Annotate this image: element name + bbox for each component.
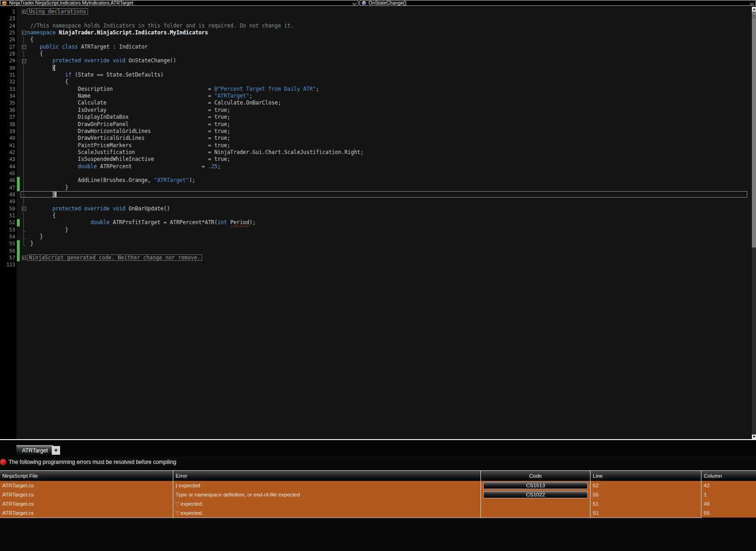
code-line[interactable]: 113 — [0, 261, 752, 268]
fold-guide-line — [21, 114, 27, 121]
class-icon — [2, 0, 7, 6]
code-line[interactable]: 38 DrawOnPricePanel = true; — [0, 121, 752, 128]
code-line[interactable]: 31 if (State == State.SetDefaults) — [0, 72, 752, 78]
code-line[interactable]: 23 — [0, 15, 752, 22]
code-text: //This namespace holds Indicators in thi… — [27, 22, 294, 29]
code-line[interactable]: 45 — [0, 170, 752, 177]
code-line[interactable]: 1+Using declarations — [0, 8, 752, 15]
code-text: Using declarations — [27, 8, 88, 15]
error-column-cell: 1 — [701, 490, 756, 499]
code-line[interactable]: 35 Calculate = Calculate.OnBarClose; — [0, 99, 752, 106]
line-number: 55 — [0, 240, 17, 247]
fold-expand-icon[interactable]: + — [22, 10, 26, 14]
code-line[interactable]: 26 { — [0, 36, 752, 43]
code-line[interactable]: 54 } — [0, 233, 752, 240]
code-line[interactable]: 47 } — [0, 184, 752, 191]
line-number: 39 — [0, 128, 17, 135]
fold-guide-line — [21, 93, 27, 99]
code-line[interactable]: 57+NinjaScript generated code. Neither c… — [0, 254, 752, 261]
code-line[interactable]: 44 double ATRPercent = .25; — [0, 163, 752, 170]
error-file-cell: ATRTarget.cs — [0, 508, 173, 518]
code-line[interactable]: 43 IsSuspendedWhileInactive = true; — [0, 156, 752, 163]
code-line[interactable]: 56 — [0, 248, 752, 254]
error-row[interactable]: ATRTarget.cs';' expected.5155 — [0, 508, 756, 518]
error-row[interactable]: ATRTarget.cs} expectedCS15135242 — [0, 481, 756, 490]
code-line[interactable]: 46 AddLine(Brushes.Orange, "ATRTarget"); — [0, 177, 752, 184]
code-line[interactable]: 28 { — [0, 50, 752, 57]
error-code-badge[interactable]: CS1513 — [483, 482, 588, 489]
column-header-ninjascript-file[interactable]: NinjaScript File — [0, 471, 173, 481]
code-text: } — [27, 191, 56, 198]
svg-text:✦: ✦ — [362, 3, 364, 6]
code-line[interactable]: 50− protected override void OnBarUpdate(… — [0, 205, 752, 212]
collapsed-region-box[interactable]: NinjaScript generated code. Neither chan… — [27, 254, 202, 261]
fold-guide-line — [21, 107, 27, 114]
error-text-cell: ',' expected. — [173, 499, 481, 508]
code-line[interactable]: 42 ScaleJustification = NinjaTrader.Gui.… — [0, 149, 752, 156]
code-line[interactable]: 32 { — [0, 78, 752, 85]
code-text: ScaleJustification = NinjaTrader.Gui.Cha… — [27, 149, 364, 156]
code-line[interactable]: 37 DisplayInDataBox = true; — [0, 114, 752, 121]
change-tracking-bar — [17, 248, 20, 254]
column-header-error[interactable]: Error — [173, 471, 481, 481]
code-editor[interactable]: 1+Using declarations2324 //This namespac… — [0, 7, 756, 439]
code-text: DisplayInDataBox = true; — [27, 114, 230, 121]
fold-collapse-icon[interactable]: − — [22, 59, 26, 63]
code-line[interactable]: 36 IsOverlay = true; — [0, 107, 752, 114]
scrollbar-thumb[interactable] — [752, 11, 756, 248]
code-line[interactable]: 39 DrawHorizontalGridLines = true; — [0, 128, 752, 135]
fold-guide-line — [21, 99, 27, 106]
code-line[interactable]: 34 Name = "ATRTarget"; — [0, 93, 752, 99]
code-line[interactable]: 48 } — [0, 191, 752, 198]
code-line[interactable]: 49 — [0, 198, 752, 205]
fold-collapse-icon[interactable]: − — [22, 45, 26, 49]
error-code-badge[interactable]: CS1022 — [483, 491, 588, 498]
column-header-code[interactable]: Code — [481, 471, 590, 481]
fold-collapse-icon[interactable]: − — [22, 31, 26, 35]
fold-guide-line — [21, 226, 27, 233]
code-line[interactable]: 40 DrawVerticalGridLines = true; — [0, 135, 752, 142]
code-line[interactable]: 41 PaintPriceMarkers = true; — [0, 142, 752, 149]
chevron-down-icon — [353, 1, 356, 5]
collapsed-region-box[interactable]: Using declarations — [27, 8, 88, 15]
code-line[interactable]: 24 //This namespace holds Indicators in … — [0, 22, 752, 29]
error-column-cell: 42 — [701, 481, 756, 490]
code-line[interactable]: 29− protected override void OnStateChang… — [0, 57, 752, 64]
column-header-line[interactable]: Line — [590, 471, 701, 481]
fold-guide-line — [21, 50, 27, 57]
fold-collapse-icon[interactable]: − — [22, 207, 26, 211]
tab-atrtarget[interactable]: ATRTarget — [17, 445, 53, 457]
line-number: 44 — [0, 163, 17, 170]
fold-guide-line — [21, 219, 27, 226]
code-line[interactable]: 33 Description = @"Percent Target from D… — [0, 86, 752, 93]
code-line[interactable]: 27− public class ATRTarget : Indicator — [0, 44, 752, 50]
scroll-up-button[interactable] — [752, 7, 756, 11]
line-number: 34 — [0, 93, 17, 99]
code-text: Calculate = Calculate.OnBarClose; — [27, 99, 281, 106]
error-row[interactable]: ATRTarget.cs',' expected.5149 — [0, 499, 756, 508]
type-selector-dropdown[interactable]: NinjaTrader.NinjaScript.Indicators.MyInd… — [0, 0, 359, 6]
fold-guide-line — [21, 240, 27, 247]
error-line-cell: 55 — [590, 490, 701, 499]
error-text-cell: } expected — [173, 481, 481, 490]
code-text: DrawHorizontalGridLines = true; — [27, 128, 230, 135]
line-number: 113 — [0, 261, 17, 268]
scroll-down-button[interactable] — [752, 435, 756, 439]
new-tab-button[interactable]: + — [52, 446, 60, 455]
error-file-cell: ATRTarget.cs — [0, 490, 173, 499]
line-number: 56 — [0, 248, 17, 254]
fold-expand-icon[interactable]: + — [22, 256, 26, 260]
code-line[interactable]: 53 } — [0, 226, 752, 233]
vertical-scrollbar[interactable] — [752, 7, 756, 439]
code-line[interactable]: 52 double ATRProfitTarget = ATRPercent*A… — [0, 219, 752, 226]
code-line[interactable]: 30 { — [0, 65, 752, 72]
code-line[interactable]: 55 } — [0, 240, 752, 247]
fold-guide-line — [21, 191, 27, 198]
code-text: DrawVerticalGridLines = true; — [27, 135, 230, 142]
code-line[interactable]: 25−namespace NinjaTrader.NinjaScript.Ind… — [0, 29, 752, 36]
code-line[interactable]: 51 { — [0, 212, 752, 219]
member-selector-dropdown[interactable]: ✦ OnStateChange() — [359, 0, 756, 6]
column-header-column[interactable]: Column — [701, 471, 756, 481]
error-line-cell: 51 — [590, 499, 701, 508]
error-row[interactable]: ATRTarget.csType or namespace definition… — [0, 490, 756, 499]
